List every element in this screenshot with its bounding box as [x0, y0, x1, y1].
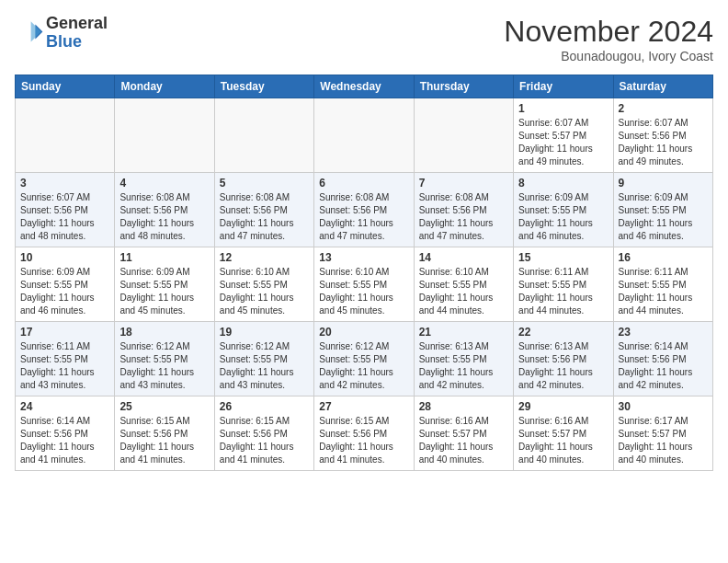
day-info: Sunrise: 6:12 AM Sunset: 5:55 PM Dayligh…: [119, 340, 209, 392]
day-number: 11: [119, 251, 209, 264]
day-info: Sunrise: 6:09 AM Sunset: 5:55 PM Dayligh…: [619, 191, 708, 243]
day-info: Sunrise: 6:15 AM Sunset: 5:56 PM Dayligh…: [220, 415, 309, 466]
calendar-day-cell: 1Sunrise: 6:07 AM Sunset: 5:57 PM Daylig…: [514, 98, 613, 173]
day-number: 9: [619, 177, 708, 190]
day-info: Sunrise: 6:12 AM Sunset: 5:55 PM Dayligh…: [319, 340, 408, 392]
day-number: 16: [619, 251, 708, 264]
calendar-week-row: 17Sunrise: 6:11 AM Sunset: 5:55 PM Dayli…: [16, 322, 713, 396]
day-info: Sunrise: 6:07 AM Sunset: 5:56 PM Dayligh…: [20, 191, 109, 243]
day-number: 17: [20, 326, 109, 339]
logo-icon: [15, 18, 44, 48]
calendar-day-cell: [414, 98, 513, 173]
day-info: Sunrise: 6:07 AM Sunset: 5:57 PM Dayligh…: [518, 117, 608, 168]
day-info: Sunrise: 6:08 AM Sunset: 5:56 PM Dayligh…: [319, 191, 408, 243]
day-info: Sunrise: 6:11 AM Sunset: 5:55 PM Dayligh…: [619, 266, 708, 317]
calendar-day-cell: [16, 98, 115, 173]
day-number: 2: [619, 102, 708, 115]
day-info: Sunrise: 6:12 AM Sunset: 5:55 PM Dayligh…: [220, 340, 309, 392]
calendar-day-cell: 17Sunrise: 6:11 AM Sunset: 5:55 PM Dayli…: [16, 322, 115, 396]
title-block: November 2024 Bounadougou, Ivory Coast: [504, 15, 713, 63]
calendar-day-cell: 4Sunrise: 6:08 AM Sunset: 5:56 PM Daylig…: [115, 173, 214, 247]
calendar-day-cell: 3Sunrise: 6:07 AM Sunset: 5:56 PM Daylig…: [16, 173, 115, 247]
day-number: 23: [619, 326, 708, 339]
calendar-header-row: SundayMondayTuesdayWednesdayThursdayFrid…: [16, 75, 713, 98]
calendar-day-cell: [214, 98, 313, 173]
day-info: Sunrise: 6:07 AM Sunset: 5:56 PM Dayligh…: [619, 117, 708, 168]
calendar-day-cell: 15Sunrise: 6:11 AM Sunset: 5:55 PM Dayli…: [514, 247, 613, 322]
calendar-day-cell: 27Sunrise: 6:15 AM Sunset: 5:56 PM Dayli…: [314, 396, 414, 471]
calendar-table: SundayMondayTuesdayWednesdayThursdayFrid…: [15, 75, 713, 471]
calendar-day-cell: 13Sunrise: 6:10 AM Sunset: 5:55 PM Dayli…: [314, 247, 414, 322]
calendar-week-row: 1Sunrise: 6:07 AM Sunset: 5:57 PM Daylig…: [16, 98, 713, 173]
calendar-day-cell: 9Sunrise: 6:09 AM Sunset: 5:55 PM Daylig…: [613, 173, 712, 247]
month-title: November 2024: [504, 15, 713, 49]
day-info: Sunrise: 6:08 AM Sunset: 5:56 PM Dayligh…: [419, 191, 508, 243]
day-number: 13: [319, 251, 408, 264]
calendar-day-cell: 10Sunrise: 6:09 AM Sunset: 5:55 PM Dayli…: [16, 247, 115, 322]
day-number: 19: [220, 326, 309, 339]
day-number: 10: [20, 251, 109, 264]
day-info: Sunrise: 6:13 AM Sunset: 5:55 PM Dayligh…: [419, 340, 508, 392]
day-info: Sunrise: 6:16 AM Sunset: 5:57 PM Dayligh…: [419, 415, 508, 466]
calendar-day-cell: 26Sunrise: 6:15 AM Sunset: 5:56 PM Dayli…: [214, 396, 313, 471]
calendar-day-header: Sunday: [16, 75, 115, 98]
day-number: 7: [419, 177, 508, 190]
day-number: 26: [220, 400, 309, 413]
calendar-day-cell: 29Sunrise: 6:16 AM Sunset: 5:57 PM Dayli…: [514, 396, 613, 471]
calendar-day-header: Tuesday: [214, 75, 313, 98]
calendar-day-cell: 11Sunrise: 6:09 AM Sunset: 5:55 PM Dayli…: [115, 247, 214, 322]
calendar-day-cell: 8Sunrise: 6:09 AM Sunset: 5:55 PM Daylig…: [514, 173, 613, 247]
day-info: Sunrise: 6:08 AM Sunset: 5:56 PM Dayligh…: [119, 191, 209, 243]
calendar-day-cell: [314, 98, 414, 173]
day-number: 8: [518, 177, 608, 190]
calendar-week-row: 24Sunrise: 6:14 AM Sunset: 5:56 PM Dayli…: [16, 396, 713, 471]
calendar-day-cell: 16Sunrise: 6:11 AM Sunset: 5:55 PM Dayli…: [613, 247, 712, 322]
calendar-day-cell: 30Sunrise: 6:17 AM Sunset: 5:57 PM Dayli…: [613, 396, 712, 471]
calendar-day-cell: 20Sunrise: 6:12 AM Sunset: 5:55 PM Dayli…: [314, 322, 414, 396]
day-info: Sunrise: 6:10 AM Sunset: 5:55 PM Dayligh…: [220, 266, 309, 317]
day-info: Sunrise: 6:09 AM Sunset: 5:55 PM Dayligh…: [119, 266, 209, 317]
header: General Blue November 2024 Bounadougou, …: [15, 15, 713, 63]
day-number: 3: [20, 177, 109, 190]
calendar-day-header: Friday: [514, 75, 613, 98]
calendar-day-cell: 18Sunrise: 6:12 AM Sunset: 5:55 PM Dayli…: [115, 322, 214, 396]
day-number: 6: [319, 177, 408, 190]
day-info: Sunrise: 6:14 AM Sunset: 5:56 PM Dayligh…: [20, 415, 109, 466]
calendar-day-cell: 23Sunrise: 6:14 AM Sunset: 5:56 PM Dayli…: [613, 322, 712, 396]
logo-blue-text: Blue: [46, 33, 108, 52]
calendar-day-cell: 24Sunrise: 6:14 AM Sunset: 5:56 PM Dayli…: [16, 396, 115, 471]
logo: General Blue: [15, 15, 108, 52]
day-number: 24: [20, 400, 109, 413]
calendar-day-cell: 2Sunrise: 6:07 AM Sunset: 5:56 PM Daylig…: [613, 98, 712, 173]
calendar-day-cell: 7Sunrise: 6:08 AM Sunset: 5:56 PM Daylig…: [414, 173, 513, 247]
day-number: 5: [220, 177, 309, 190]
day-number: 1: [518, 102, 608, 115]
calendar-day-header: Thursday: [414, 75, 513, 98]
logo-general-text: General: [46, 15, 108, 33]
day-number: 4: [119, 177, 209, 190]
day-number: 12: [220, 251, 309, 264]
calendar-day-cell: 19Sunrise: 6:12 AM Sunset: 5:55 PM Dayli…: [214, 322, 313, 396]
day-number: 27: [319, 400, 408, 413]
day-number: 14: [419, 251, 508, 264]
calendar-day-cell: 21Sunrise: 6:13 AM Sunset: 5:55 PM Dayli…: [414, 322, 513, 396]
calendar-day-cell: 5Sunrise: 6:08 AM Sunset: 5:56 PM Daylig…: [214, 173, 313, 247]
day-info: Sunrise: 6:10 AM Sunset: 5:55 PM Dayligh…: [319, 266, 408, 317]
page: General Blue November 2024 Bounadougou, …: [0, 0, 728, 486]
day-number: 21: [419, 326, 508, 339]
svg-marker-1: [31, 21, 41, 41]
day-info: Sunrise: 6:16 AM Sunset: 5:57 PM Dayligh…: [518, 415, 608, 466]
day-number: 30: [619, 400, 708, 413]
calendar-day-header: Wednesday: [314, 75, 414, 98]
location: Bounadougou, Ivory Coast: [504, 49, 713, 63]
calendar-day-cell: 28Sunrise: 6:16 AM Sunset: 5:57 PM Dayli…: [414, 396, 513, 471]
calendar-day-cell: [115, 98, 214, 173]
calendar-week-row: 3Sunrise: 6:07 AM Sunset: 5:56 PM Daylig…: [16, 173, 713, 247]
day-number: 29: [518, 400, 608, 413]
calendar-day-header: Saturday: [613, 75, 712, 98]
day-info: Sunrise: 6:13 AM Sunset: 5:56 PM Dayligh…: [518, 340, 608, 392]
day-info: Sunrise: 6:09 AM Sunset: 5:55 PM Dayligh…: [518, 191, 608, 243]
day-info: Sunrise: 6:11 AM Sunset: 5:55 PM Dayligh…: [518, 266, 608, 317]
day-info: Sunrise: 6:08 AM Sunset: 5:56 PM Dayligh…: [220, 191, 309, 243]
calendar-day-cell: 14Sunrise: 6:10 AM Sunset: 5:55 PM Dayli…: [414, 247, 513, 322]
